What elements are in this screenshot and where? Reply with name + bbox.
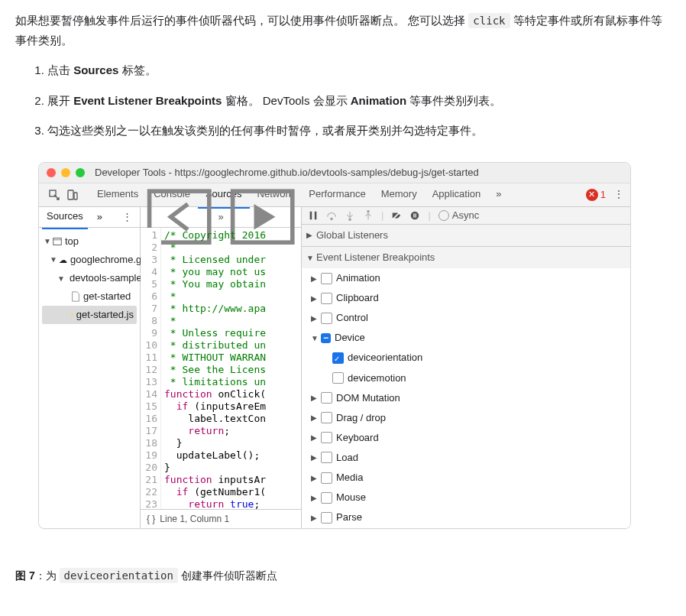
checkbox-icon[interactable] bbox=[332, 372, 344, 384]
format-icon[interactable]: { } bbox=[147, 511, 155, 527]
tree-file-2[interactable]: get-started.js bbox=[42, 306, 137, 324]
step-2: 展开 Event Listener Breakpoints 窗格。 DevToo… bbox=[47, 91, 671, 111]
debugger-pane: | | Async ▶Global Listeners ▼Event Liste… bbox=[302, 207, 630, 528]
minimize-icon[interactable] bbox=[61, 168, 70, 177]
category-clipboard[interactable]: ▶Clipboard bbox=[302, 288, 630, 308]
checkbox-icon[interactable] bbox=[321, 313, 332, 324]
frame-icon bbox=[53, 236, 62, 247]
checkbox-icon[interactable] bbox=[321, 273, 332, 284]
category-media[interactable]: ▶Media bbox=[302, 468, 630, 488]
intro-paragraph: 如果想要暂停触发事件后运行的事件侦听器代码，可以使用事件侦听器断点。 您可以选择… bbox=[15, 11, 671, 50]
tab-application[interactable]: Application bbox=[425, 181, 489, 209]
figure-caption: 图 7：为 deviceorientation 创建事件侦听器断点 bbox=[15, 567, 671, 585]
checkbox-icon[interactable] bbox=[321, 492, 332, 504]
category-control[interactable]: ▶Control bbox=[302, 308, 630, 328]
svg-rect-15 bbox=[416, 213, 416, 217]
maximize-icon[interactable] bbox=[76, 168, 85, 177]
window-title: Developer Tools - https://googlechrome.g… bbox=[95, 164, 479, 181]
checkbox-icon[interactable] bbox=[321, 512, 332, 524]
category-drag-drop[interactable]: ▶Drag / drop bbox=[302, 408, 630, 428]
steps-list: 点击 Sources 标签。 展开 Event Listener Breakpo… bbox=[15, 60, 671, 141]
tab-elements[interactable]: Elements bbox=[89, 181, 146, 209]
navigator-overflow[interactable]: » bbox=[92, 206, 107, 229]
step-into-icon[interactable] bbox=[345, 210, 355, 221]
svg-point-9 bbox=[331, 218, 333, 220]
elb-header[interactable]: ▼Event Listener Breakpoints bbox=[302, 247, 630, 268]
tree-top[interactable]: ▼ top bbox=[42, 232, 137, 251]
tabs-overflow[interactable]: » bbox=[488, 181, 509, 209]
tree-folder[interactable]: ▼ devtools-sample bbox=[42, 269, 137, 287]
navigator-kebab-icon[interactable]: ⋮ bbox=[118, 206, 137, 229]
category-parse[interactable]: ▶Parse bbox=[302, 507, 630, 527]
step-over-icon[interactable] bbox=[326, 210, 337, 221]
error-count: 1 bbox=[600, 186, 606, 203]
tree-domain[interactable]: ▼☁︎googlechrome.gith bbox=[42, 251, 137, 269]
cursor-position: Line 1, Column 1 bbox=[160, 511, 229, 527]
inline-code-click: click bbox=[468, 13, 510, 28]
checkbox-icon[interactable] bbox=[321, 432, 332, 443]
svg-rect-1 bbox=[68, 190, 73, 199]
devtools-window: Developer Tools - https://googlechrome.g… bbox=[38, 162, 631, 529]
tree-file-1[interactable]: get-started bbox=[42, 287, 137, 306]
event-deviceorientation[interactable]: deviceorientation bbox=[302, 348, 630, 368]
code-body[interactable]: /* Copyright 2016 * * Licensed under * y… bbox=[161, 228, 266, 509]
svg-rect-2 bbox=[74, 193, 77, 199]
document-icon bbox=[71, 291, 80, 302]
category-dom-mutation[interactable]: ▶DOM Mutation bbox=[302, 388, 630, 408]
step-3: 勾选这些类别之一以在触发该类别的任何事件时暂停，或者展开类别并勾选特定事件。 bbox=[47, 121, 671, 141]
navigator-pane: Sources » ⋮ ▼ top ▼☁︎googlechrome.gith ▼… bbox=[39, 207, 141, 528]
checkbox-icon[interactable] bbox=[332, 352, 344, 364]
category-load[interactable]: ▶Load bbox=[302, 448, 630, 468]
file-tree: ▼ top ▼☁︎googlechrome.gith ▼ devtools-sa… bbox=[39, 228, 140, 329]
step-out-icon[interactable] bbox=[363, 210, 374, 221]
nav-more-icon[interactable]: » bbox=[218, 209, 223, 225]
checkbox-icon[interactable] bbox=[321, 452, 332, 463]
tab-memory[interactable]: Memory bbox=[374, 181, 425, 209]
svg-rect-8 bbox=[315, 212, 317, 220]
global-listeners-header[interactable]: ▶Global Listeners bbox=[302, 225, 630, 246]
editor-pane: » 12345678910111213141516171819202122232… bbox=[141, 207, 302, 528]
event-devicemotion[interactable]: devicemotion bbox=[302, 368, 630, 388]
step-1: 点击 Sources 标签。 bbox=[47, 60, 671, 80]
svg-point-10 bbox=[349, 219, 351, 221]
radio-icon bbox=[438, 210, 449, 221]
checkbox-icon[interactable] bbox=[321, 293, 332, 304]
inspect-icon[interactable] bbox=[48, 189, 60, 201]
category-device[interactable]: ▼−Device bbox=[302, 328, 630, 348]
svg-rect-3 bbox=[53, 238, 62, 245]
checkbox-icon[interactable] bbox=[321, 472, 332, 484]
svg-point-11 bbox=[367, 210, 370, 212]
svg-point-13 bbox=[411, 212, 419, 220]
panel-tabbar: Elements Console Sources Network Perform… bbox=[39, 183, 630, 207]
category-keyboard[interactable]: ▶Keyboard bbox=[302, 428, 630, 448]
navigator-tab-sources[interactable]: Sources bbox=[42, 205, 88, 229]
pause-icon[interactable] bbox=[308, 210, 319, 221]
minus-icon: − bbox=[321, 333, 331, 343]
elb-content: ▶Animation▶Clipboard▶Control▼−Devicedevi… bbox=[302, 268, 630, 529]
tab-performance[interactable]: Performance bbox=[301, 181, 373, 209]
kebab-icon[interactable]: ⋮ bbox=[613, 186, 624, 204]
close-icon[interactable] bbox=[47, 168, 56, 177]
error-badge-icon[interactable]: ✕ bbox=[586, 189, 598, 201]
category-pointer[interactable]: ▶Pointer bbox=[302, 527, 630, 529]
pause-exceptions-icon[interactable] bbox=[409, 210, 420, 221]
titlebar: Developer Tools - https://googlechrome.g… bbox=[39, 163, 630, 183]
svg-rect-7 bbox=[310, 212, 312, 220]
deactivate-breakpoints-icon[interactable] bbox=[391, 210, 402, 221]
checkbox-icon[interactable] bbox=[321, 412, 332, 423]
device-icon[interactable] bbox=[66, 189, 79, 201]
line-gutter: 1234567891011121314151617181920212223242… bbox=[141, 228, 161, 509]
svg-rect-14 bbox=[414, 213, 415, 217]
async-toggle[interactable]: Async bbox=[438, 207, 479, 224]
js-file-icon bbox=[71, 310, 73, 320]
checkbox-icon[interactable] bbox=[321, 392, 332, 404]
category-animation[interactable]: ▶Animation bbox=[302, 268, 630, 288]
cloud-icon: ☁︎ bbox=[59, 253, 67, 267]
category-mouse[interactable]: ▶Mouse bbox=[302, 488, 630, 507]
